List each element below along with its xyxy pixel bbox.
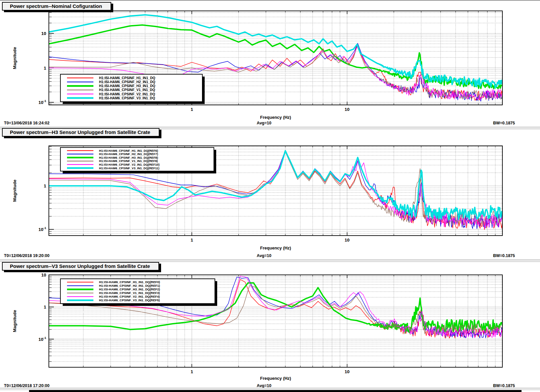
- legend: H1:ISI-HAM6_CPSINF_H1_IN1_DQH1:ISI-HAM6_…: [60, 74, 205, 104]
- x-tick-label: 10: [345, 238, 350, 243]
- legend-label: H1:ISI-HAM6_CPSINF_V1_IN1_DQ(REF9): [99, 159, 158, 163]
- power-spectrum-plot-h3-unplugged[interactable]: 110110-1H1:ISI-HAM6_CPSINF_H1_IN1_DQ(REF…: [0, 144, 540, 245]
- legend-label: H1:ISI-HAM6_CPSINF_H1_IN1_DQ: [99, 76, 155, 80]
- panel-title: Power spectrum--Nominal Cofiguration: [10, 3, 102, 9]
- dtt-window: Power spectrum--Nominal Cofiguration Mag…: [0, 0, 540, 392]
- y-tick-label: 10-1: [39, 226, 47, 232]
- y-tick-label: 10: [41, 31, 46, 36]
- legend-label: H1:ISI-HAM6_CPSINF_V1_IN1_DQ(REF3): [99, 291, 160, 295]
- panel-title-box-h3-unplugged: Power spectrum--H3 Sensor Unplugged from…: [2, 128, 159, 137]
- plot-footer: T0=13/06/2018 16:24:02 Avg=10 BW=0.1875: [0, 121, 540, 126]
- window-top-border: [0, 0, 540, 1]
- legend-label: H1:ISI-HAM6_CPSINF_V2_IN1_DQ: [99, 92, 155, 96]
- t0-timestamp: T0=12/06/2018 19:20:00: [4, 253, 50, 258]
- legend-label: H1:ISI-HAM6_CPSINF_H1_IN1_DQ(REF0): [99, 280, 160, 284]
- avg-count: Avg=10: [257, 253, 271, 258]
- t0-timestamp: T0=13/06/2018 16:24:02: [4, 121, 50, 125]
- legend-label: H1:ISI-HAM6_CPSINF_V1_IN1_DQ: [99, 88, 155, 92]
- y-tick-label: 10: [41, 273, 46, 278]
- x-axis-label: Frequency (Hz): [260, 115, 291, 120]
- legend-label: H1:ISI-HAM6_CPSINF_H3_IN1_DQ(REF8): [99, 156, 158, 159]
- y-tick-label: 10-1: [39, 336, 47, 342]
- panel-title: Power spectrum--H3 Sensor Unplugged from…: [10, 129, 150, 135]
- panel-separator: [0, 259, 540, 262]
- bandwidth: BW=0.1875: [493, 121, 515, 125]
- t0-timestamp: T0=12/06/2018 17:20:00: [4, 383, 50, 388]
- legend-label: H1:ISI-HAM6_CPSINF_H2_IN1_DQ: [99, 80, 155, 84]
- bandwidth: BW=0.1875: [493, 253, 515, 258]
- panel-title: Power spectrum--V3 Sensor Unplugged from…: [10, 263, 150, 269]
- tick-labels: 110110-1: [39, 183, 350, 243]
- legend-label: H1:ISI-HAM6_CPSINF_V2_IN1_DQ(REF10): [99, 163, 159, 166]
- legend-label: H1:ISI-HAM6_CPSINF_H3_IN1_DQ: [99, 84, 155, 88]
- x-axis-label: Frequency (Hz): [260, 245, 291, 250]
- power-spectrum-plot-nominal[interactable]: 11010110-1H1:ISI-HAM6_CPSINF_H1_IN1_DQH1…: [0, 9, 540, 115]
- legend-label: H1:ISI-HAM6_CPSINF_V3_IN1_DQ(REF5): [99, 298, 160, 302]
- y-tick-label: 1: [44, 305, 46, 310]
- legend-label: H1:ISI-HAM6_CPSINF_H1_IN1_DQ(REF6): [99, 149, 158, 152]
- x-axis-label: Frequency (Hz): [260, 376, 291, 381]
- legend-label: H1:ISI-HAM6_CPSINF_H2_IN1_DQ(REF1): [99, 284, 160, 287]
- legend-label: H1:ISI-HAM6_CPSINF_H2_IN1_DQ(REF7): [99, 152, 158, 156]
- x-tick-label: 1: [190, 238, 193, 243]
- y-tick-label: 1: [44, 183, 46, 188]
- legend: H1:ISI-HAM6_CPSINF_H1_IN1_DQ(REF0)H1:ISI…: [60, 279, 217, 306]
- y-tick-label: 1: [44, 66, 46, 71]
- legend: H1:ISI-HAM6_CPSINF_H1_IN1_DQ(REF6)H1:ISI…: [60, 147, 216, 174]
- x-tick-label: 10: [345, 369, 350, 374]
- legend-label: H1:ISI-HAM6_CPSINF_V3_IN1_DQ(REF11): [99, 167, 159, 170]
- next-window-edge: [29, 390, 522, 392]
- avg-count: Avg=10: [257, 121, 271, 125]
- y-tick-label: 10-1: [39, 99, 47, 105]
- x-tick-label: 10: [345, 107, 350, 112]
- bandwidth: BW=0.1875: [493, 383, 515, 388]
- x-tick-label: 1: [190, 369, 193, 374]
- power-spectrum-plot-v3-unplugged[interactable]: 11010110-1H1:ISI-HAM6_CPSINF_H1_IN1_DQ(R…: [0, 273, 540, 378]
- legend-label: H1:ISI-HAM6_CPSINF_H3_IN1_DQ(REF2): [99, 287, 160, 291]
- panel-title-box-v3-unplugged: Power spectrum--V3 Sensor Unplugged from…: [2, 262, 159, 271]
- legend-label: H1:ISI-HAM6_CPSINF_V3_IN1_DQ: [99, 96, 155, 100]
- x-tick-label: 1: [190, 107, 193, 112]
- avg-count: Avg=10: [257, 383, 271, 388]
- plot-footer: T0=12/06/2018 19:20:00 Avg=10 BW=0.1875: [0, 253, 540, 259]
- legend-label: H1:ISI-HAM6_CPSINF_V2_IN1_DQ(REF4): [99, 295, 160, 298]
